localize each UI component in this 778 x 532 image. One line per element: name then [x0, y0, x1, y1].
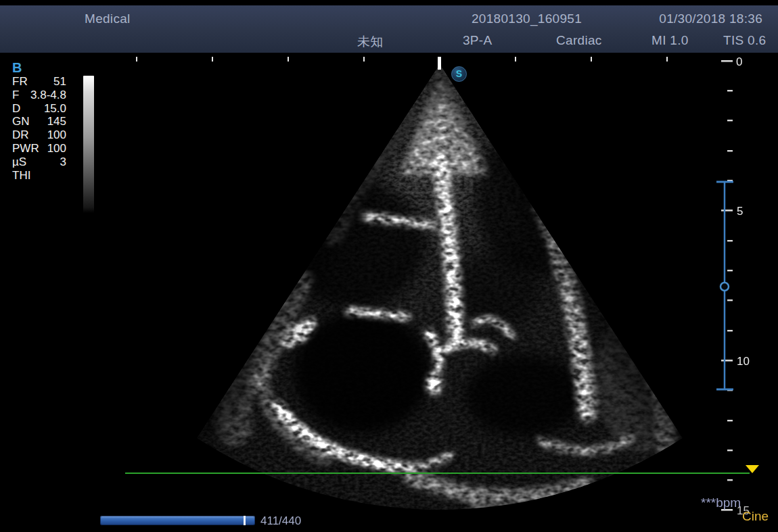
ultrasound-screen: Medical 20180130_160951 01/30/2018 18:36… — [0, 0, 778, 532]
orientation-letter: S — [456, 68, 462, 79]
focus-zone-indicator[interactable] — [716, 182, 733, 389]
depth-label-10: 10 — [737, 355, 750, 368]
cine-frame-counter: 411/440 — [260, 514, 301, 528]
depth-label-0: 0 — [736, 55, 742, 68]
ultrasound-display: 0 5 10 15 — [0, 0, 778, 532]
cine-progress-bar[interactable] — [100, 516, 255, 525]
cardiac-sector-image — [197, 64, 697, 517]
heart-rate-value: ***bpm — [701, 495, 741, 510]
probe-orientation-logo: S — [451, 66, 467, 82]
cine-position-handle[interactable] — [244, 516, 246, 525]
apex-center-marker — [438, 57, 441, 70]
depth-label-5: 5 — [737, 205, 743, 218]
focus-position-handle[interactable] — [720, 283, 729, 291]
top-ruler — [136, 57, 668, 62]
yellow-depth-marker-icon — [746, 465, 759, 473]
cine-mode-label: Cine — [742, 509, 769, 524]
